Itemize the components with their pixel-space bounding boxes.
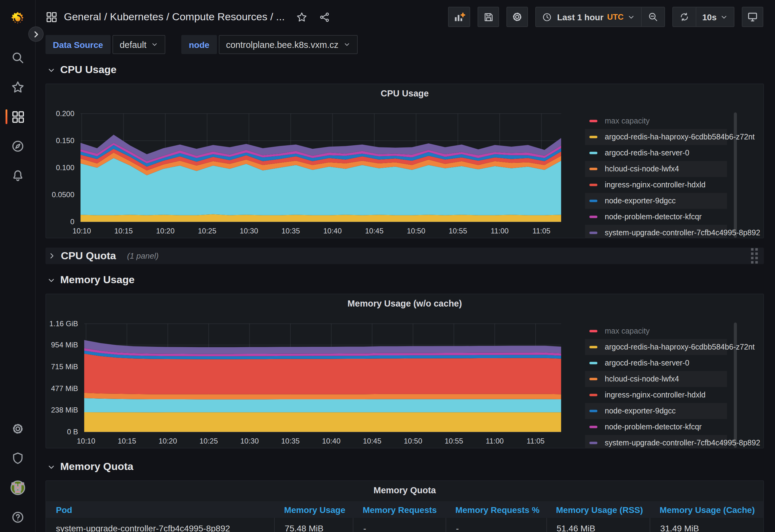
svg-text:715 MiB: 715 MiB [51,362,78,371]
chevron-down-icon [343,41,350,48]
timezone-label: UTC [607,12,624,22]
alerting-bell-icon[interactable] [0,161,35,190]
expand-sidebar-button[interactable] [28,26,44,42]
legend-series-swatch [589,232,597,234]
legend-series-label: ingress-nginx-controller-hdxld [605,391,706,399]
legend-item[interactable]: node-problem-detector-kfcqr [585,209,727,225]
help-icon[interactable] [0,503,35,532]
user-avatar[interactable] [0,473,35,503]
table-column-header[interactable]: Pod [46,505,274,514]
legend-series-label: hcloud-csi-node-lwfx4 [605,375,679,383]
svg-text:10:15: 10:15 [114,227,133,235]
cpu-usage-panel: CPU Usage 00.05000.1000.1500.20010:1010:… [45,84,764,238]
search-icon[interactable] [0,43,35,72]
legend-item[interactable]: node-exporter-9dgcc [585,193,727,209]
row-header-memory-quota[interactable]: Memory Quota [47,461,133,473]
table-column-header[interactable]: Memory Usage (Cache) [650,505,763,514]
table-column-header[interactable]: Memory Usage [274,505,353,514]
legend-item[interactable]: hcloud-csi-node-lwfx4 [585,371,727,387]
breadcrumb-rest: / Kubernetes / Compute Resources / ... [104,11,285,22]
svg-text:1.16 GiB: 1.16 GiB [49,319,78,328]
svg-text:954 MiB: 954 MiB [51,341,78,349]
chevron-right-icon [48,252,56,260]
chevron-down-icon [47,463,55,471]
dashboard-variables-bar: Data Source default node controlplane.be… [36,34,775,55]
clock-icon [542,12,552,22]
legend-item[interactable]: system-upgrade-controller-7cfb4c4995-8p8… [585,435,727,448]
breadcrumb[interactable]: General/ Kubernetes / Compute Resources … [64,11,285,23]
table-cell: - [353,518,446,532]
refresh-icon [679,12,689,22]
legend-item[interactable]: ingress-nginx-controller-hdxld [585,177,727,193]
legend-series-swatch [589,184,597,186]
settings-gear-icon[interactable] [0,414,35,444]
legend-item[interactable]: hcloud-csi-node-lwfx4 [585,161,727,177]
legend-series-label: argocd-redis-ha-server-0 [605,359,689,367]
refresh-button[interactable] [673,7,695,26]
row-header-cpu-quota[interactable]: CPU Quota (1 panel) [45,248,764,264]
apps-grid-icon[interactable] [45,11,57,23]
chevron-down-icon [47,276,55,284]
datasource-variable-select[interactable]: default [112,35,165,54]
legend-series-swatch [589,152,597,154]
legend-scrollbar[interactable] [734,112,737,238]
legend-series-label: argocd-redis-ha-haproxy-6cdbb584b6-z72nt [605,343,755,351]
variable-datasource: Data Source default [45,35,166,54]
svg-text:10:40: 10:40 [322,437,340,445]
svg-text:0.200: 0.200 [56,109,74,118]
legend-item[interactable]: argocd-redis-ha-haproxy-6cdbb584b6-z72nt [585,129,727,145]
legend-series-swatch [589,136,597,138]
legend-series-label: argocd-redis-ha-server-0 [605,149,689,157]
chevron-down-icon [720,13,728,21]
starred-dashboards-icon[interactable] [0,72,35,102]
svg-text:10:50: 10:50 [404,437,422,445]
add-panel-button[interactable] [448,7,471,27]
legend-series-label: node-problem-detector-kfcqr [605,213,702,221]
legend-series-label: hcloud-csi-node-lwfx4 [605,165,679,173]
panel-title[interactable]: Memory Quota [46,485,763,495]
table-column-header[interactable]: Memory Usage (RSS) [546,505,650,514]
row-header-cpu-usage[interactable]: CPU Usage [47,64,116,76]
legend-item[interactable]: argocd-redis-ha-server-0 [585,145,727,161]
save-dashboard-button[interactable] [478,7,499,27]
svg-text:10:30: 10:30 [240,227,258,235]
legend-item[interactable]: argocd-redis-ha-server-0 [585,355,727,371]
active-indicator [6,109,7,124]
server-admin-shield-icon[interactable] [0,444,35,473]
explore-compass-icon[interactable] [0,131,35,161]
dashboards-icon[interactable] [0,102,35,131]
legend-series-swatch [589,330,597,332]
table-column-header[interactable]: Memory Requests [353,505,446,514]
legend-item[interactable]: node-problem-detector-kfcqr [585,419,727,435]
legend-item[interactable]: max capacity [585,323,727,339]
legend-item[interactable]: system-upgrade-controller-7cfb4c4995-8p8… [585,225,727,238]
breadcrumb-root[interactable]: General [64,11,101,22]
legend-series-swatch [589,394,597,396]
table-column-header[interactable]: Memory Requests % [446,505,546,514]
node-variable-select[interactable]: controlplane.bee.k8s.vxm.cz [218,35,357,54]
kiosk-mode-button[interactable] [742,7,763,27]
dashboard-settings-button[interactable] [507,7,528,27]
svg-text:238 MiB: 238 MiB [51,406,78,414]
legend-item[interactable]: node-exporter-9dgcc [585,403,727,419]
grafana-logo[interactable] [0,4,35,33]
legend-scrollbar[interactable] [734,323,737,448]
row-title: CPU Usage [60,64,116,76]
legend-item[interactable]: ingress-nginx-controller-hdxld [585,387,727,403]
table-row: system-upgrade-controller-7cfb4c4995-8p8… [46,518,763,532]
row-drag-handle[interactable] [751,248,758,264]
zoom-out-button[interactable] [641,7,664,26]
row-header-memory-usage[interactable]: Memory Usage [47,274,135,286]
legend-item[interactable]: argocd-redis-ha-haproxy-6cdbb584b6-z72nt [585,339,727,355]
svg-text:10:10: 10:10 [77,437,95,445]
star-dashboard-icon[interactable] [296,11,307,22]
time-range-button[interactable]: Last 1 hour UTC [536,7,641,26]
refresh-interval-dropdown[interactable]: 10s [695,7,734,26]
row-title: CPU Quota [61,250,116,262]
chevron-down-icon [151,41,158,48]
legend-item[interactable]: max capacity [585,113,727,129]
svg-text:10:15: 10:15 [118,437,136,445]
share-dashboard-icon[interactable] [319,11,330,22]
table-cell: 51.46 MiB [546,518,650,532]
memory-quota-panel: Memory Quota PodMemory UsageMemory Reque… [45,480,764,532]
